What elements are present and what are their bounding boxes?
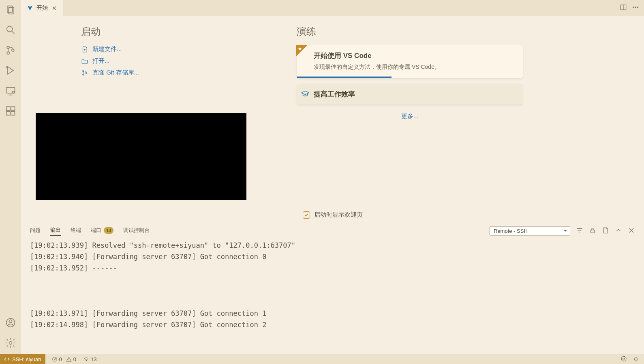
open-label: 打开... bbox=[92, 57, 110, 65]
tab-bar: 开始 bbox=[21, 0, 644, 16]
svg-point-27 bbox=[623, 358, 623, 358]
run-debug-icon[interactable] bbox=[0, 65, 21, 76]
open-button[interactable]: 打开... bbox=[81, 57, 297, 65]
problems-status[interactable]: 0 0 bbox=[52, 356, 76, 362]
walkthrough-get-started[interactable]: ★ 开始使用 VS Code 发现最佳的自定义方法，使用你的专属 VS Code… bbox=[297, 45, 523, 78]
show-welcome-label: 启动时显示欢迎页 bbox=[314, 211, 363, 219]
svg-rect-12 bbox=[11, 111, 15, 115]
extensions-icon[interactable] bbox=[0, 105, 21, 117]
remote-indicator[interactable]: SSH: siyuan bbox=[0, 354, 45, 364]
mortarboard-icon bbox=[301, 89, 310, 98]
wt1-title: 开始使用 VS Code bbox=[314, 51, 516, 60]
svg-rect-1 bbox=[9, 7, 14, 14]
close-panel-icon[interactable] bbox=[628, 227, 635, 235]
tab-welcome-label: 开始 bbox=[36, 4, 48, 12]
new-file-label: 新建文件... bbox=[92, 45, 122, 53]
explorer-icon[interactable] bbox=[0, 4, 21, 15]
svg-point-15 bbox=[9, 342, 12, 345]
tab-problems[interactable]: 问题 bbox=[30, 227, 41, 236]
svg-point-28 bbox=[624, 358, 625, 358]
svg-rect-0 bbox=[7, 6, 13, 13]
svg-rect-9 bbox=[6, 107, 10, 111]
open-log-icon[interactable] bbox=[602, 227, 609, 235]
svg-point-4 bbox=[7, 52, 9, 54]
feedback-icon[interactable] bbox=[620, 355, 627, 363]
output-channel-select[interactable]: Remote - SSH bbox=[489, 226, 570, 236]
clone-label: 克隆 Git 存储库... bbox=[92, 69, 139, 77]
wt2-title: 提高工作效率 bbox=[314, 89, 516, 99]
editor-area: 启动 新建文件... 打开... 克隆 Git 存储库... 演练 bbox=[21, 16, 644, 354]
filter-icon[interactable] bbox=[576, 227, 583, 235]
tab-ports[interactable]: 端口13 bbox=[91, 227, 113, 236]
star-icon: ★ bbox=[298, 46, 302, 51]
svg-point-26 bbox=[621, 356, 626, 361]
lock-scroll-icon[interactable] bbox=[589, 227, 596, 235]
svg-point-19 bbox=[637, 7, 638, 8]
svg-rect-11 bbox=[6, 111, 10, 115]
tab-output[interactable]: 输出 bbox=[50, 226, 61, 236]
start-heading: 启动 bbox=[81, 25, 297, 38]
wt1-desc: 发现最佳的自定义方法，使用你的专属 VS Code。 bbox=[314, 64, 516, 71]
ports-count-badge: 13 bbox=[104, 227, 113, 234]
search-icon[interactable] bbox=[0, 24, 21, 36]
preview-box bbox=[36, 113, 246, 200]
svg-rect-10 bbox=[11, 107, 15, 111]
svg-point-14 bbox=[9, 320, 12, 323]
split-editor-icon[interactable] bbox=[620, 4, 627, 13]
svg-point-3 bbox=[7, 46, 9, 49]
bell-icon[interactable] bbox=[633, 355, 639, 363]
bottom-panel: 问题 输出 终端 端口13 调试控制台 Remote - SSH [19:02:… bbox=[21, 223, 644, 354]
svg-point-22 bbox=[86, 72, 87, 73]
remote-label: SSH: siyuan bbox=[12, 356, 41, 362]
maximize-panel-icon[interactable] bbox=[615, 227, 622, 235]
tab-welcome[interactable]: 开始 bbox=[21, 0, 64, 16]
svg-point-8 bbox=[13, 91, 15, 93]
tab-terminal[interactable]: 终端 bbox=[71, 227, 81, 236]
status-bar: SSH: siyuan 0 0 13 bbox=[0, 354, 644, 364]
svg-point-17 bbox=[633, 7, 634, 8]
svg-point-5 bbox=[12, 49, 14, 51]
svg-point-2 bbox=[7, 26, 13, 32]
svg-rect-23 bbox=[591, 230, 595, 233]
more-icon[interactable] bbox=[632, 4, 639, 13]
source-control-icon[interactable] bbox=[0, 45, 21, 56]
wt1-progress bbox=[297, 77, 392, 78]
account-icon[interactable] bbox=[0, 317, 21, 328]
clone-repo-button[interactable]: 克隆 Git 存储库... bbox=[81, 69, 297, 77]
welcome-page: 启动 新建文件... 打开... 克隆 Git 存储库... 演练 bbox=[21, 16, 644, 223]
output-body[interactable]: [19:02:13.939] Resolved "ssh-remote+siyu… bbox=[21, 238, 644, 354]
remote-explorer-icon[interactable] bbox=[0, 85, 21, 96]
svg-point-25 bbox=[86, 360, 87, 361]
walkthrough-heading: 演练 bbox=[297, 25, 644, 38]
activity-bar bbox=[0, 0, 21, 354]
ports-status[interactable]: 13 bbox=[83, 356, 96, 362]
new-file-button[interactable]: 新建文件... bbox=[81, 45, 297, 53]
tab-debug-console[interactable]: 调试控制台 bbox=[123, 227, 150, 236]
more-walkthroughs[interactable]: 更多... bbox=[297, 113, 523, 120]
svg-rect-7 bbox=[6, 87, 15, 93]
show-welcome-checkbox[interactable]: 启动时显示欢迎页 bbox=[303, 211, 363, 219]
svg-point-20 bbox=[83, 70, 84, 72]
settings-gear-icon[interactable] bbox=[0, 337, 21, 349]
svg-point-18 bbox=[635, 7, 636, 8]
svg-point-6 bbox=[6, 66, 8, 68]
close-icon[interactable] bbox=[51, 5, 58, 11]
walkthrough-productivity[interactable]: 提高工作效率 bbox=[297, 84, 523, 104]
svg-point-21 bbox=[83, 74, 84, 75]
